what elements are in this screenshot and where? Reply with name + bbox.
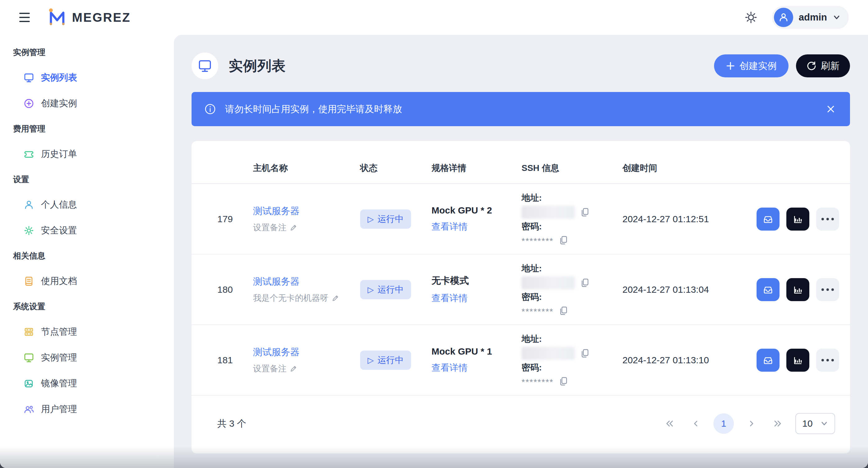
sidebar-item-profile[interactable]: 个人信息: [0, 192, 174, 217]
more-actions-button[interactable]: [816, 208, 839, 231]
ssh-address-label: 地址:: [522, 333, 622, 345]
user-menu[interactable]: admin: [772, 6, 849, 29]
col-spec: 规格详情: [432, 162, 522, 183]
monitoring-button[interactable]: [786, 278, 809, 301]
col-actions: [737, 174, 839, 183]
table-row: 179 测试服务器 设置备注 ▷运行中 Mock GPU * 2 查看详情 地址: [191, 184, 850, 255]
copy-icon[interactable]: [558, 306, 568, 316]
avatar: [774, 8, 793, 27]
ssh-password-label: 密码:: [522, 291, 622, 303]
prev-page-button[interactable]: [687, 415, 704, 432]
instance-id: 180: [217, 284, 253, 295]
spec-name: 无卡模式: [432, 274, 522, 287]
refresh-button[interactable]: 刷新: [796, 54, 850, 77]
status-badge: ▷运行中: [360, 351, 411, 370]
users-icon: [24, 404, 34, 414]
ssh-address-redacted: [522, 276, 575, 289]
theme-toggle-sun-icon[interactable]: [744, 10, 758, 24]
sidebar-item-order-history[interactable]: 历史订单: [0, 141, 174, 167]
play-icon: ▷: [368, 215, 374, 223]
view-details-link[interactable]: 查看详情: [432, 362, 522, 374]
view-details-link[interactable]: 查看详情: [432, 292, 522, 304]
sidebar-item-label: 使用文档: [41, 275, 77, 288]
banner-message: 请勿长时间占用实例，使用完毕请及时释放: [225, 103, 402, 116]
instance-id: 179: [217, 214, 253, 224]
sidebar-item-instance-list[interactable]: 实例列表: [0, 65, 174, 90]
bar-chart-icon: [792, 355, 803, 366]
console-button[interactable]: [756, 278, 779, 301]
note-edit[interactable]: 设置备注: [253, 222, 360, 233]
current-page[interactable]: 1: [713, 413, 734, 434]
ssh-address-redacted: [522, 206, 575, 219]
sidebar-section-related-info: 相关信息: [0, 243, 174, 268]
hostname-link[interactable]: 测试服务器: [253, 346, 360, 359]
more-actions-button[interactable]: [816, 278, 839, 301]
create-instance-button[interactable]: 创建实例: [714, 54, 788, 77]
monitoring-button[interactable]: [786, 349, 809, 372]
sidebar-item-label: 实例管理: [41, 351, 77, 364]
status-badge: ▷运行中: [360, 209, 411, 229]
sidebar-item-node-mgmt[interactable]: 节点管理: [0, 319, 174, 345]
monitor-icon: [198, 59, 212, 73]
note-edit[interactable]: 我是个无卡的机器呀: [253, 292, 360, 303]
console-button[interactable]: [756, 208, 779, 231]
sidebar-section-instance-mgmt: 实例管理: [0, 40, 174, 65]
ssh-password-masked: ********: [522, 375, 554, 387]
sidebar-item-user-mgmt[interactable]: 用户管理: [0, 396, 174, 422]
close-icon[interactable]: [824, 102, 838, 116]
inbox-icon: [762, 284, 774, 295]
ssh-address-label: 地址:: [522, 192, 622, 204]
page-size-select[interactable]: 10: [795, 413, 835, 434]
last-page-button[interactable]: [769, 415, 786, 432]
monitoring-button[interactable]: [786, 208, 809, 231]
sidebar-item-label: 镜像管理: [41, 377, 77, 390]
spec-name: Mock GPU * 2: [432, 205, 522, 216]
ticket-icon: [24, 149, 34, 159]
copy-icon[interactable]: [558, 376, 568, 386]
status-badge: ▷运行中: [360, 280, 411, 299]
sidebar-item-docs[interactable]: 使用文档: [0, 268, 174, 294]
chevron-down-icon: [820, 419, 828, 428]
play-icon: ▷: [368, 286, 374, 294]
copy-icon[interactable]: [580, 348, 590, 358]
brand-logo: MEGREZ: [47, 8, 131, 27]
sidebar-item-label: 用户管理: [41, 403, 77, 415]
first-page-button[interactable]: [661, 415, 678, 432]
sidebar-section-settings: 设置: [0, 167, 174, 192]
col-ssh: SSH 信息: [522, 162, 622, 183]
sidebar-item-label: 历史订单: [41, 148, 77, 160]
table-footer: 共 3 个 1 10: [191, 396, 850, 451]
sidebar-item-create-instance[interactable]: 创建实例: [0, 90, 174, 116]
table-row: 180 测试服务器 我是个无卡的机器呀 ▷运行中 无卡模式 查看详情 地址:: [191, 255, 850, 325]
copy-icon[interactable]: [580, 278, 590, 288]
hostname-link[interactable]: 测试服务器: [253, 275, 360, 288]
sidebar-item-security[interactable]: 安全设置: [0, 217, 174, 243]
sidebar-item-label: 节点管理: [41, 326, 77, 338]
gear-icon: [24, 225, 34, 236]
copy-icon[interactable]: [580, 207, 590, 217]
next-page-button[interactable]: [743, 415, 760, 432]
pencil-icon: [290, 364, 298, 373]
total-count: 共 3 个: [217, 417, 246, 430]
table-header-row: 主机名称 状态 规格详情 SSH 信息 创建时间: [191, 141, 850, 184]
view-details-link[interactable]: 查看详情: [432, 221, 522, 233]
console-button[interactable]: [756, 349, 779, 372]
created-time: 2024-12-27 01:12:51: [622, 214, 737, 224]
sidebar-item-instance-mgmt[interactable]: 实例管理: [0, 345, 174, 371]
chevron-down-icon: [833, 13, 841, 22]
inbox-icon: [762, 213, 774, 225]
note-edit[interactable]: 设置备注: [253, 363, 360, 374]
sidebar-section-system: 系统设置: [0, 294, 174, 319]
ssh-password-masked: ********: [522, 305, 554, 317]
more-actions-button[interactable]: [816, 349, 839, 372]
menu-icon[interactable]: [19, 8, 38, 27]
col-status: 状态: [360, 162, 432, 183]
ssh-address-redacted: [522, 347, 575, 360]
ellipsis-icon: [822, 218, 834, 220]
notice-banner: 请勿长时间占用实例，使用完毕请及时释放: [191, 92, 850, 126]
brand-name: MEGREZ: [72, 10, 131, 25]
hostname-link[interactable]: 测试服务器: [253, 205, 360, 217]
sidebar-item-image-mgmt[interactable]: 镜像管理: [0, 371, 174, 396]
top-bar: MEGREZ admin: [0, 0, 868, 35]
copy-icon[interactable]: [558, 235, 568, 245]
